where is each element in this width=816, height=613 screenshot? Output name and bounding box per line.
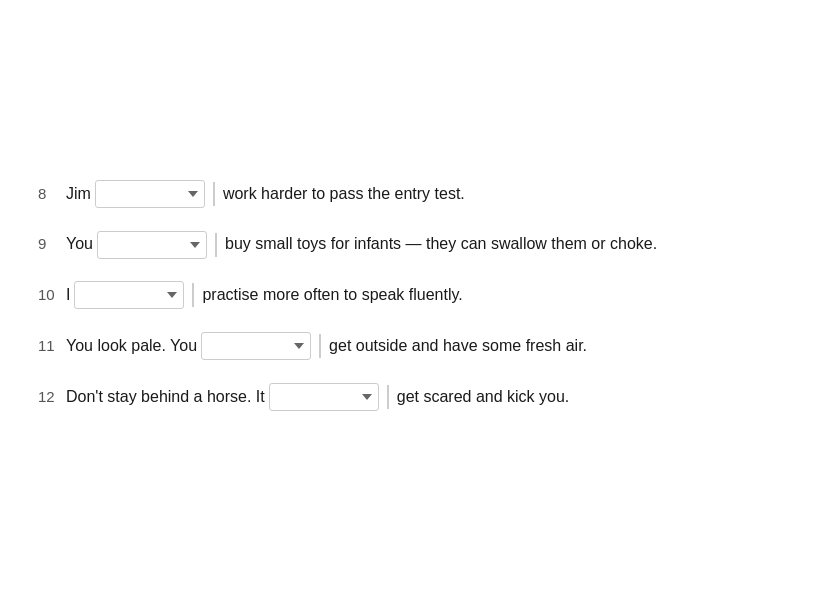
row-content-11: You look pale. You must should ought to … <box>66 332 778 361</box>
row11-text-before: You look pale. You <box>66 332 197 361</box>
row12-divider <box>387 385 389 409</box>
row10-divider <box>192 283 194 307</box>
row-number-8: 8 <box>38 180 66 206</box>
row8-divider <box>213 182 215 206</box>
row11-text-after: get outside and have some fresh air. <box>329 332 587 361</box>
row9-divider <box>215 233 217 257</box>
row10-dropdown-wrapper: must should ought to had better need to <box>74 281 198 309</box>
row11-select[interactable]: must should ought to had better need to <box>201 332 311 360</box>
row-number-9: 9 <box>38 230 66 256</box>
row9-select[interactable]: mustn't shouldn't ought not had better n… <box>97 231 207 259</box>
row9-text-before: You <box>66 230 93 259</box>
row10-text-after: practise more often to speak fluently. <box>202 281 462 310</box>
row12-text-before: Don't stay behind a horse. It <box>66 383 265 412</box>
row-content-10: I must should ought to had better need t… <box>66 281 778 310</box>
exercise-row-10: 10 I must should ought to had better nee… <box>38 281 778 310</box>
exercise-row-11: 11 You look pale. You must should ought … <box>38 332 778 361</box>
row10-text-before: I <box>66 281 70 310</box>
row8-text-after: work harder to pass the entry test. <box>223 180 465 209</box>
row-number-12: 12 <box>38 383 66 409</box>
row12-select[interactable]: might could may can will <box>269 383 379 411</box>
row10-select[interactable]: must should ought to had better need to <box>74 281 184 309</box>
exercise-container: 8 Jim must should ought to had better ne… <box>18 150 798 464</box>
exercise-row-9: 9 You mustn't shouldn't ought not had be… <box>38 230 778 259</box>
row8-dropdown-wrapper: must should ought to had better need to <box>95 180 219 208</box>
row11-dropdown-wrapper: must should ought to had better need to <box>201 332 325 360</box>
row-number-10: 10 <box>38 281 66 307</box>
exercise-row-8: 8 Jim must should ought to had better ne… <box>38 180 778 209</box>
exercise-row-12: 12 Don't stay behind a horse. It might c… <box>38 383 778 412</box>
row11-divider <box>319 334 321 358</box>
row8-text-before: Jim <box>66 180 91 209</box>
row-content-12: Don't stay behind a horse. It might coul… <box>66 383 778 412</box>
row-content-8: Jim must should ought to had better need… <box>66 180 778 209</box>
row-number-11: 11 <box>38 332 66 358</box>
row12-dropdown-wrapper: might could may can will <box>269 383 393 411</box>
row12-text-after: get scared and kick you. <box>397 383 570 412</box>
row9-text-after: buy small toys for infants — they can sw… <box>225 230 657 259</box>
row-content-9: You mustn't shouldn't ought not had bett… <box>66 230 778 259</box>
row9-dropdown-wrapper: mustn't shouldn't ought not had better n… <box>97 231 221 259</box>
row8-select[interactable]: must should ought to had better need to <box>95 180 205 208</box>
